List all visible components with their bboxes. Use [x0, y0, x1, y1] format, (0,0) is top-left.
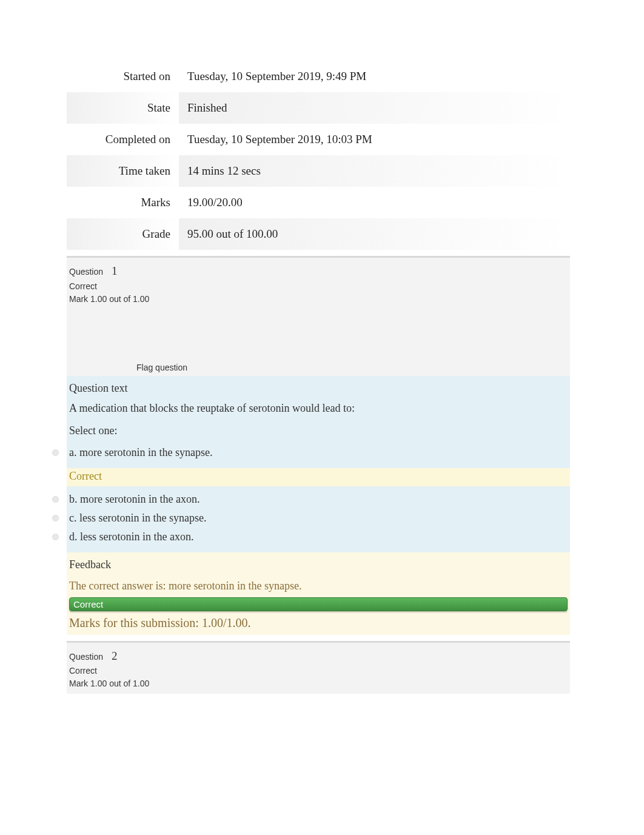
summary-label: Marks	[67, 187, 179, 218]
question-text-section: Question text A medication that blocks t…	[67, 376, 570, 468]
question-number: 1	[112, 264, 118, 277]
flag-area	[67, 309, 133, 376]
radio-icon[interactable]	[52, 449, 59, 456]
summary-value: 95.00 out of 100.00	[179, 218, 570, 250]
option-b[interactable]: b. more serotonin in the axon.	[54, 490, 568, 509]
option-letter: d.	[69, 531, 78, 543]
flag-question-link[interactable]: Flag question	[136, 363, 187, 372]
option-text: more serotonin in the synapse.	[79, 446, 212, 458]
question-label: Question	[69, 267, 103, 277]
question-block-2: Question 2 Correct Mark 1.00 out of 1.00	[67, 641, 570, 694]
option-letter: c.	[69, 512, 77, 524]
summary-row: State Finished	[67, 92, 570, 124]
question-status: Correct	[69, 280, 568, 293]
summary-value: 19.00/20.00	[179, 187, 570, 218]
summary-label: State	[67, 92, 179, 124]
summary-value: Tuesday, 10 September 2019, 9:49 PM	[179, 61, 570, 92]
summary-row: Completed on Tuesday, 10 September 2019,…	[67, 124, 570, 155]
question-mark: Mark 1.00 out of 1.00	[69, 677, 568, 690]
option-letter: b.	[69, 493, 78, 505]
option-text: less serotonin in the synapse.	[79, 512, 206, 524]
question-label: Question	[69, 652, 103, 662]
question-text-title: Question text	[69, 382, 568, 395]
marks-submission: Marks for this submission: 1.00/1.00.	[67, 614, 570, 635]
summary-row: Grade 95.00 out of 100.00	[67, 218, 570, 250]
feedback-text: The correct answer is: more serotonin in…	[69, 580, 568, 592]
option-text: more serotonin in the axon.	[80, 493, 200, 505]
summary-row: Time taken 14 mins 12 secs	[67, 155, 570, 187]
options-rest: b. more serotonin in the axon. c. less s…	[67, 486, 570, 552]
question-number-line: Question 2	[69, 648, 568, 665]
question-header: Question 1 Correct Mark 1.00 out of 1.00	[67, 256, 570, 309]
summary-row: Started on Tuesday, 10 September 2019, 9…	[67, 61, 570, 92]
option-a[interactable]: a. more serotonin in the synapse.	[54, 443, 568, 462]
flag-row: Flag question	[67, 309, 570, 376]
quiz-summary-table: Started on Tuesday, 10 September 2019, 9…	[67, 61, 570, 250]
question-status: Correct	[69, 665, 568, 677]
feedback-title: Feedback	[69, 558, 568, 571]
summary-label: Grade	[67, 218, 179, 250]
summary-value: Tuesday, 10 September 2019, 10:03 PM	[179, 124, 570, 155]
option-letter: a.	[69, 446, 77, 458]
select-one-label: Select one:	[69, 424, 568, 437]
summary-label: Completed on	[67, 124, 179, 155]
summary-value: Finished	[179, 92, 570, 124]
question-prompt: A medication that blocks the reuptake of…	[69, 402, 568, 415]
radio-icon[interactable]	[52, 515, 59, 521]
summary-label: Started on	[67, 61, 179, 92]
option-c[interactable]: c. less serotonin in the synapse.	[54, 509, 568, 528]
radio-icon[interactable]	[52, 496, 59, 503]
option-correct-tag: Correct	[67, 468, 570, 486]
feedback-section: Feedback The correct answer is: more ser…	[67, 552, 570, 614]
correct-bar: Correct	[69, 597, 568, 611]
summary-row: Marks 19.00/20.00	[67, 187, 570, 218]
question-mark: Mark 1.00 out of 1.00	[69, 293, 568, 306]
question-number-line: Question 1	[69, 263, 568, 280]
option-d[interactable]: d. less serotonin in the axon.	[54, 528, 568, 546]
option-text: less serotonin in the axon.	[80, 531, 193, 543]
summary-value: 14 mins 12 secs	[179, 155, 570, 187]
summary-label: Time taken	[67, 155, 179, 187]
question-header: Question 2 Correct Mark 1.00 out of 1.00	[67, 641, 570, 694]
question-block-1: Question 1 Correct Mark 1.00 out of 1.00…	[67, 256, 570, 635]
question-number: 2	[112, 649, 118, 662]
radio-icon[interactable]	[52, 534, 59, 540]
